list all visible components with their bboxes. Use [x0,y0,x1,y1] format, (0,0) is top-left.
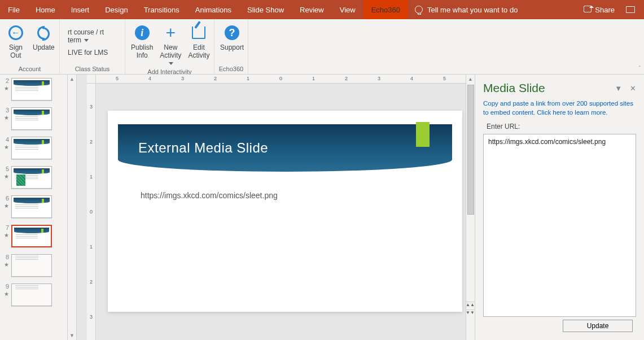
slide-body-text[interactable]: https://imgs.xkcd.com/comics/sleet.png [141,191,462,200]
thumbs-scrollbar[interactable]: ▲ ▼ [67,75,76,340]
scroll-thumb[interactable] [467,85,474,215]
slide-thumbnail[interactable]: 2★ [2,78,74,101]
tab-view[interactable]: View [332,0,363,19]
share-label: Share [595,6,615,14]
support-button[interactable]: ? Support [217,20,247,52]
tab-animations[interactable]: Animations [187,0,239,19]
tab-transitions[interactable]: Transitions [136,0,187,19]
thumb-number: 8 [2,254,9,260]
tab-home[interactable]: Home [28,0,63,19]
ribbon: ← Sign Out Update Account rt course / rt… [0,19,644,75]
refresh-icon [36,25,51,40]
sign-out-button[interactable]: ← Sign Out [2,20,29,60]
group-label-echo360: Echo360 [217,64,246,74]
tell-me-placeholder: Tell me what you want to do [427,6,518,14]
slide-title[interactable]: External Media Slide [138,140,268,156]
ribbon-group-echo360: ? Support Echo360 [214,19,248,74]
slide-edit-area: 6543210123456 3210123 External Media Sli… [77,75,475,340]
update-button[interactable]: Update [29,20,58,52]
edit-icon [192,27,205,39]
arrow-left-circle-icon: ← [8,25,23,40]
scroll-up-icon[interactable]: ▲ [466,75,475,84]
horizontal-ruler: 6543210123456 [96,75,466,84]
slide-thumbnail[interactable]: 7★ [2,225,74,247]
vertical-ruler: 3210123 [87,84,96,340]
ruler-corner [87,75,96,84]
thumb-number: 9 [2,284,9,290]
edit-activity-label: Edit Activity [188,44,209,60]
thumb-number: 4 [2,137,9,143]
slide-thumbnail[interactable]: 6★ [2,195,74,218]
help-icon: ? [225,25,239,40]
info-icon: i [135,25,150,40]
slide-thumbnail[interactable]: 8★ [2,254,74,277]
plus-icon: + [166,24,176,41]
pane-menu-icon[interactable]: ▼ [615,84,622,93]
ribbon-group-class-status: rt course / rt term LIVE for LMS Class S… [60,19,125,74]
comments-icon[interactable] [626,6,635,13]
publish-info-button[interactable]: i Publish Info [128,20,156,60]
pane-update-button[interactable]: Update [563,320,633,332]
pane-url-label: Enter URL: [487,123,636,130]
thumb-number: 7 [2,225,9,231]
next-slide-icon[interactable]: ▼▼ [466,310,475,317]
scroll-down-icon[interactable]: ▼ [68,331,76,340]
dropdown-icon[interactable] [84,39,89,42]
animation-star-icon: ★ [4,85,9,91]
collapse-ribbon-icon[interactable]: ˆ [639,66,641,72]
thumb-number: 2 [2,78,9,84]
edit-activity-button[interactable]: Edit Activity [185,20,213,60]
sign-out-label: Sign Out [9,44,23,60]
publish-info-label: Publish Info [131,44,153,60]
group-label-account: Account [2,64,57,74]
tab-insert[interactable]: Insert [63,0,98,19]
slide-nav-arrows: ▲▲ ▼▼ [466,302,475,317]
slide-thumbnail[interactable]: 5★ [2,166,74,189]
thumb-number: 5 [2,166,9,172]
workspace: 2★3★4★5★6★7★8★9★ ▲ ▼ 6543210123456 32101… [0,75,644,340]
new-activity-label: New Activity [160,44,181,67]
thumb-number: 6 [2,195,9,202]
tab-review[interactable]: Review [292,0,332,19]
update-label: Update [33,44,55,52]
animation-star-icon: ★ [4,115,9,121]
url-input[interactable] [483,134,636,317]
animation-star-icon: ★ [4,291,9,297]
slide-title-banner: External Media Slide [118,124,452,172]
title-bar: File Home Insert Design Transitions Anim… [0,0,644,19]
animation-star-icon: ★ [4,203,9,209]
tab-echo360[interactable]: Echo360 [363,0,408,19]
share-button[interactable]: Share [584,6,615,14]
tell-me-search[interactable]: Tell me what you want to do [408,0,524,19]
tab-slideshow[interactable]: Slide Show [239,0,292,19]
pane-close-icon[interactable]: ✕ [630,84,636,93]
slide-thumbnail[interactable]: 4★ [2,137,74,159]
tab-design[interactable]: Design [97,0,135,19]
title-right: Share [584,0,644,19]
new-activity-button[interactable]: + New Activity [156,20,185,67]
slide-thumbnail[interactable]: 3★ [2,107,74,130]
ribbon-group-interactivity: i Publish Info + New Activity Edit Activ… [125,19,214,74]
slide-canvas[interactable]: External Media Slide https://imgs.xkcd.c… [108,111,462,312]
thumb-number: 3 [2,107,9,114]
share-icon [584,6,592,12]
prev-slide-icon[interactable]: ▲▲ [466,302,475,310]
animation-star-icon: ★ [4,232,9,238]
animation-star-icon: ★ [4,261,9,268]
ribbon-group-account: ← Sign Out Update Account [0,19,60,74]
lightbulb-icon [415,6,423,14]
animation-star-icon: ★ [4,144,9,150]
class-course-line: rt course / rt term [68,28,117,44]
slide-vertical-scrollbar[interactable]: ▲ ▲▲ ▼▼ [466,75,475,340]
scroll-up-icon[interactable]: ▲ [68,75,76,84]
slide-thumbnail[interactable]: 9★ [2,284,74,306]
pane-hint-link[interactable]: Copy and paste a link from over 200 supp… [483,99,636,117]
group-label-class-status: Class Status [62,64,122,74]
pane-title: Media Slide [483,81,545,95]
animation-star-icon: ★ [4,173,9,180]
tab-file[interactable]: File [0,0,28,19]
media-slide-pane: Media Slide ▼ ✕ Copy and paste a link fr… [475,75,644,340]
slide-accent-tab [416,122,430,147]
slide-thumbnail-panel: 2★3★4★5★6★7★8★9★ ▲ ▼ [0,75,77,340]
dropdown-icon [169,62,173,65]
